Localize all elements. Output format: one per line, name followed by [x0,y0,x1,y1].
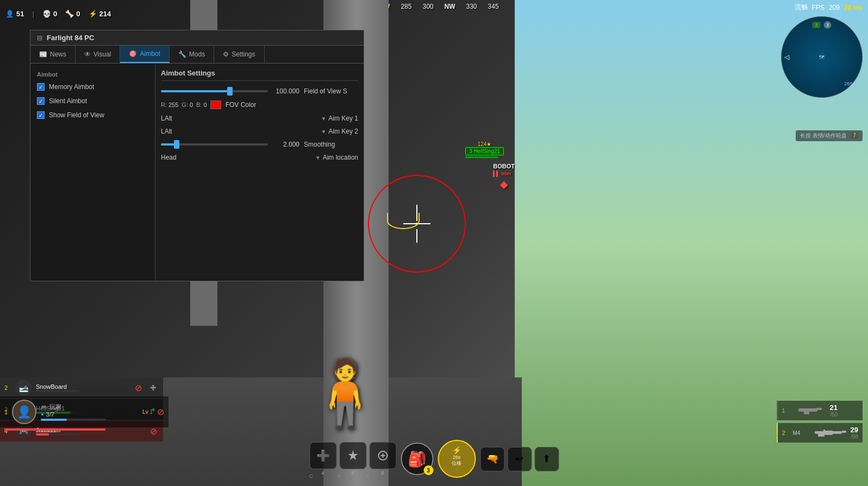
local-player-avatar: 👤 [12,400,36,424]
aim-key2-arrow: ▼ [321,129,326,135]
silent-aimbot-label: Silent Aimbot [49,97,87,105]
assist-stat: 🦴 0 [65,10,80,18]
team-member-2: 2 🎿 SnowBoard ⊘ ✚ [0,377,163,398]
aim-key1-label: Aim Key 1 [328,115,358,122]
kills-value: 0 [53,10,57,18]
local-player-level: 1 [149,409,153,415]
local-player-num: 1 [4,409,8,415]
smoothing-slider-track[interactable] [161,143,268,146]
fov-slider-track[interactable] [161,90,268,92]
svg-rect-7 [818,434,825,437]
member-2-name: SnowBoard [36,383,128,390]
tab-news[interactable]: 📰 News [30,46,76,63]
sidebar-item-silent-aimbot[interactable]: Silent Aimbot [30,94,155,108]
tab-news-label: News [50,51,66,58]
util-slot-5[interactable]: 5 [339,442,366,476]
aim-key2-dropdown[interactable]: ▼ Aim Key 2 [321,128,358,135]
interact-count: 3 [423,465,433,475]
hold-action-label: 长按 表情/动作轮盘 7 [796,130,863,141]
health-item-icon: ➕ [309,442,336,469]
memory-aimbot-label: Memory Aimbot [49,83,94,91]
weapon-2-ammo-cur: 29 [851,426,858,434]
fov-slider-thumb[interactable] [227,87,233,96]
weapon-slot-1[interactable]: 1 21 /60 [777,401,863,420]
member-2-num: 2 [4,384,11,391]
panel-title-bar[interactable]: ⊟ Farlight 84 PC [30,30,364,46]
color-r-value: 255 [168,102,178,108]
weapon-1-ammo: 21 /60 [830,403,838,418]
tab-aimbot[interactable]: 🎯 Aimbot [120,46,169,63]
memory-aimbot-checkbox[interactable] [37,83,45,91]
panel-sidebar: Aimbot Memory Aimbot Silent Aimbot Show … [30,64,155,281]
fov-color-label: FOV Color [226,101,280,109]
aim-key2-value: LAlt [161,128,172,135]
interact-slot[interactable]: 🎒 3 [401,443,433,475]
overlay-panel: ⊟ Farlight 84 PC 📰 News 👁 Visual 🎯 Aimbo… [30,30,364,281]
aim-key1-value: LAlt [161,115,172,122]
aim-location-dropdown[interactable]: ▼ Aim location [315,154,358,161]
sidebar-item-show-fov[interactable]: Show Field of View [30,108,155,122]
aim-key1-arrow: ▼ [321,116,326,122]
local-hp-bar-track [41,419,106,421]
local-status-icon: ⊘ [157,407,164,417]
svg-rect-6 [842,431,846,433]
lean-btn[interactable]: 🔫 [480,447,504,471]
assist-icon: 🦴 [65,10,74,18]
util-slot-6[interactable]: 6 [369,442,396,476]
smoothing-slider-thumb[interactable] [174,140,179,149]
health-item-slot[interactable]: ➕ 4 [309,442,336,476]
silent-aimbot-checkbox[interactable] [37,97,45,105]
aim-key1-row: LAlt ▼ Aim Key 1 [161,115,358,122]
aim-key1-dropdown[interactable]: ▼ Aim Key 1 [321,115,358,122]
color-inputs: R: 255 G: 0 B: 0 [161,100,221,109]
player-character: 🧍 [304,355,386,432]
weapon-slot-2[interactable]: 2 M4 29 /98 [777,423,863,443]
panel-body: Aimbot Memory Aimbot Silent Aimbot Show … [30,64,364,281]
special-ability-btn[interactable]: ⚡ 26s 位移 Z [438,440,476,478]
show-fov-checkbox[interactable] [37,111,45,119]
tab-visual[interactable]: 👁 Visual [76,46,120,63]
member-2-extra-icon: ✚ [148,382,159,393]
reload-btn[interactable]: ↩ [507,447,532,471]
fov-slider-value: 100.000 [272,87,299,95]
jump-btn[interactable]: ⬆ [534,447,559,471]
sidebar-item-memory-aimbot[interactable]: Memory Aimbot [30,80,155,94]
ch-arc [387,213,420,229]
color-r-group: R: 255 [161,102,178,108]
util-slot-5-icon [339,442,366,469]
tab-settings[interactable]: ⚙ Settings [214,46,264,63]
member-2-info: SnowBoard [36,383,128,392]
weapon-1-icon [793,405,826,416]
tab-mods[interactable]: 🔧 Mods [170,46,214,63]
svg-rect-3 [816,408,822,410]
skull-icon: 💀 [42,10,51,18]
aim-location-label: Aim location [323,154,358,161]
smoothing-row: 2.000 Smoothing [161,141,358,148]
crosshair-circle [368,175,466,273]
member-4-hp-bar [36,433,79,435]
fov-slider-container[interactable]: 100.000 [161,87,299,95]
score-value: 214 [99,10,111,18]
member-2-avatar: 🎿 [15,380,32,396]
hud-stats-left: 👤 51 | 💀 0 🦴 0 ⚡ 214 [5,10,111,18]
ch-bottom [416,229,417,243]
tab-bar: 📰 News 👁 Visual 🎯 Aimbot 🔧 Mods ⚙ Settin… [30,46,364,64]
minimap-chevron-left: ◁ [784,53,789,61]
fov-label: Field of View S [304,87,358,95]
special-ability-time: 26s [453,455,461,460]
member-2-hp-bar [36,390,79,392]
weapon-2-icon [814,427,846,438]
assists-value: 0 [76,10,80,18]
color-swatch[interactable] [210,100,221,109]
action-bar: ➕ 4 5 6 🎒 3 ⚡ 26s 位移 Z 🔫 ↩ ⬆ [309,440,559,478]
bot-label-3: BOBOT 80m ◆ [493,163,515,191]
smoothing-slider-container[interactable]: 2.000 [161,141,299,148]
color-b-group: B: 0 [196,102,207,108]
weapon-1-ammo-cur: 21 [830,403,838,412]
sidebar-header: Aimbot [30,69,155,80]
color-b-value: 0 [204,102,207,108]
players-alive-stat: 👤 51 [5,10,24,18]
tab-visual-label: Visual [93,51,111,58]
settings-title: Aimbot Settings [161,69,358,81]
fov-slider-fill [161,90,230,92]
